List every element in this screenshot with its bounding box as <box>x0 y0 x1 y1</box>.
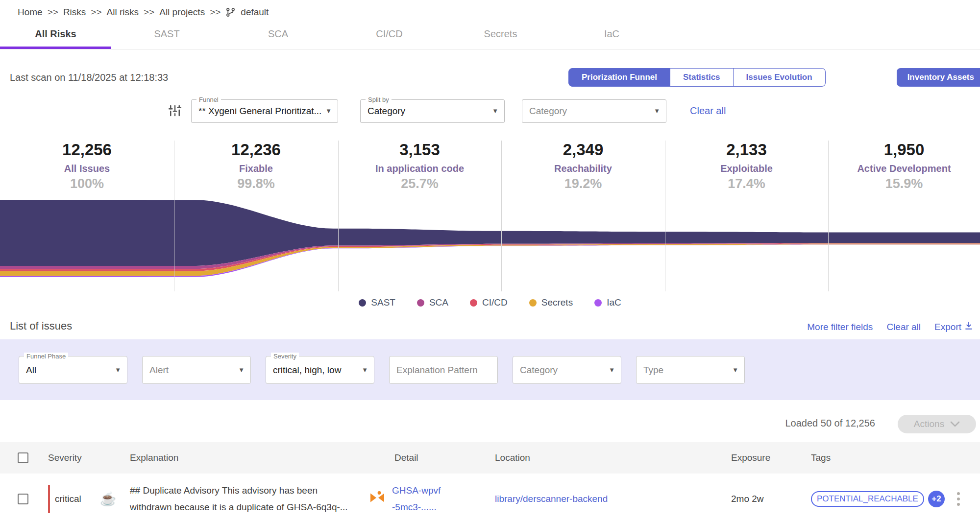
issues-header: List of issues More filter fields Clear … <box>0 319 980 335</box>
stage-pct: 17.4% <box>665 176 828 191</box>
tune-sliders-icon[interactable] <box>168 103 182 120</box>
breadcrumb-all-risks[interactable]: All risks <box>107 7 139 18</box>
stage-count: 12,256 <box>0 141 174 159</box>
advisory-link[interactable]: GHSA-wpvf-5mc3-...... <box>392 482 442 516</box>
tags-more-badge[interactable]: +2 <box>928 491 945 507</box>
legend-label: IaC <box>607 297 621 308</box>
tab-all-risks[interactable]: All Risks <box>0 24 111 49</box>
legend-label: CI/CD <box>482 297 508 308</box>
issues-evolution-button[interactable]: Issues Evolution <box>734 68 826 87</box>
funnel-stage-divider <box>828 141 829 291</box>
detail-cell: GHSA-wpvf-5mc3-...... <box>392 482 495 516</box>
stage-count: 2,133 <box>665 141 828 159</box>
tag-potential-reachable[interactable]: POTENTIAL_REACHABLE <box>811 491 924 507</box>
chevron-down-icon: ▼ <box>609 366 615 374</box>
explanation-pattern-input[interactable]: Explanation Pattern <box>389 356 498 384</box>
tab-secrets[interactable]: Secrets <box>445 24 556 49</box>
funnel-band-sast <box>0 200 980 266</box>
loaded-row: Loaded 50 of 12,256 Actions <box>0 415 980 435</box>
priorization-funnel-button[interactable]: Priorization Funnel <box>568 68 670 87</box>
funnel-stage-in-application-code: 3,153 In application code 25.7% <box>338 141 501 191</box>
severity-cell: critical ☕ <box>48 474 130 522</box>
download-icon <box>964 321 973 332</box>
stage-pct: 25.7% <box>338 176 501 191</box>
row-checkbox[interactable] <box>18 494 28 504</box>
funnel-select[interactable]: Funnel ** Xygeni General Prioritizat... … <box>191 99 338 123</box>
chevron-down-icon: ▼ <box>362 366 368 374</box>
issues-clear-all-link[interactable]: Clear all <box>886 322 921 332</box>
stage-count: 12,236 <box>174 141 338 159</box>
issues-title: List of issues <box>10 320 72 332</box>
category-filter-select[interactable]: Category ▼ <box>513 356 621 384</box>
col-detail: Detail <box>392 452 495 463</box>
statistics-button[interactable]: Statistics <box>670 68 734 87</box>
loaded-count-text: Loaded 50 of 12,256 <box>785 418 875 429</box>
funnel-stage-exploitable: 2,133 Exploitable 17.4% <box>665 141 828 191</box>
legend-item-iac: IaC <box>594 297 621 308</box>
risk-tabs: All Risks SAST SCA CI/CD Secrets IaC <box>0 24 980 49</box>
chevron-down-icon: ▼ <box>732 366 738 374</box>
row-menu-kebab-icon[interactable] <box>957 492 960 506</box>
funnel-phase-value: All <box>26 356 36 383</box>
breadcrumb-risks[interactable]: Risks <box>63 7 86 18</box>
funnel-select-value: ** Xygeni General Prioritizat... <box>198 100 321 122</box>
legend-item-sast: SAST <box>359 297 395 308</box>
iac-color-dot <box>594 299 602 307</box>
more-filter-fields-link[interactable]: More filter fields <box>807 322 873 332</box>
split-by-select[interactable]: Split by Category ▼ <box>360 99 505 123</box>
funnel-stage-divider <box>174 141 174 291</box>
legend-label: SAST <box>371 297 395 308</box>
tab-sast[interactable]: SAST <box>111 24 222 49</box>
funnel-flow-chart <box>0 196 980 290</box>
chevron-down-icon: ▼ <box>654 107 660 115</box>
exposure-value: 2mo 2w <box>731 494 811 504</box>
chevron-down-icon: ▼ <box>492 107 498 115</box>
explanation-text: ## Duplicate Advisory This advisory has … <box>130 482 350 516</box>
git-branch-icon <box>225 7 236 18</box>
funnel-clear-all-link[interactable]: Clear all <box>690 105 726 117</box>
tab-cicd[interactable]: CI/CD <box>334 24 445 49</box>
breadcrumb-all-projects[interactable]: All projects <box>159 7 205 18</box>
category-select[interactable]: Category ▼ <box>522 99 666 123</box>
actions-button[interactable]: Actions <box>898 415 976 433</box>
tab-sca[interactable]: SCA <box>222 24 334 49</box>
breadcrumb-branch[interactable]: default <box>241 7 269 18</box>
type-select[interactable]: Type ▼ <box>636 356 745 384</box>
type-placeholder: Type <box>643 356 663 383</box>
tab-iac[interactable]: IaC <box>556 24 667 49</box>
severity-value: critical <box>55 494 81 504</box>
actions-label: Actions <box>914 419 944 429</box>
select-all-checkbox[interactable] <box>18 452 28 463</box>
stage-name: In application code <box>338 163 501 174</box>
explanation-pattern-placeholder: Explanation Pattern <box>396 356 478 383</box>
funnel-phase-select[interactable]: Funnel Phase All ▼ <box>19 356 127 384</box>
funnel-stage-all-issues: 12,256 All Issues 100% <box>0 141 174 191</box>
legend-label: SCA <box>429 297 448 308</box>
java-language-icon: ☕ <box>100 491 117 507</box>
tags-cell: POTENTIAL_REACHABLE +2 <box>811 491 953 507</box>
chevron-down-icon: ▼ <box>115 366 121 374</box>
legend-item-sca: SCA <box>417 297 448 308</box>
export-link[interactable]: Export <box>934 321 973 332</box>
severity-value: critical, high, low <box>273 356 341 383</box>
category-filter-placeholder: Category <box>520 356 558 383</box>
legend-item-cicd: CI/CD <box>470 297 508 308</box>
stage-name: All Issues <box>0 163 174 174</box>
col-explanation: Explanation <box>130 452 392 463</box>
inventory-assets-button[interactable]: Inventory Assets <box>897 68 980 87</box>
issue-row[interactable]: critical ☕ ## Duplicate Advisory This ad… <box>0 474 980 522</box>
col-exposure: Exposure <box>731 452 811 463</box>
funnel-stage-active-development: 1,950 Active Development 15.9% <box>828 141 980 191</box>
funnel-stage-fixable: 12,236 Fixable 99.8% <box>174 141 338 191</box>
alert-placeholder: Alert <box>149 356 169 383</box>
legend-item-secrets: Secrets <box>529 297 573 308</box>
prioritization-funnel-chart: 12,256 All Issues 100% 12,236 Fixable 99… <box>0 141 980 315</box>
col-severity: Severity <box>48 452 130 463</box>
chevron-down-icon: ▼ <box>238 366 245 374</box>
severity-bar <box>48 485 50 513</box>
location-link[interactable]: library/derscanner-backend <box>495 494 608 504</box>
breadcrumb-home[interactable]: Home <box>18 7 43 18</box>
alert-select[interactable]: Alert ▼ <box>142 356 251 384</box>
chevron-down-icon <box>950 419 960 429</box>
severity-select[interactable]: Severity critical, high, low ▼ <box>266 356 374 384</box>
